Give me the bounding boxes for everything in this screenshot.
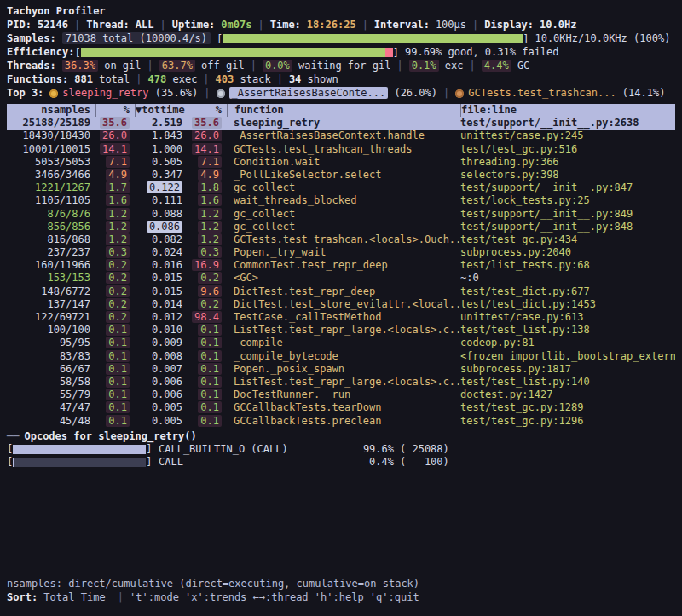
- cell-function: <GC>: [227, 272, 460, 285]
- cell-nsamples: 66/67: [7, 363, 95, 376]
- cell-file-line: test/list_tests.py:68: [460, 259, 675, 272]
- cell-tottime: 0.005: [135, 415, 188, 428]
- table-row[interactable]: 83/830.10.0080.1_compile_bytecode<frozen…: [7, 350, 675, 363]
- status-line: PID:52146|Thread:ALL|Uptime:0m07s|Time:1…: [7, 18, 675, 32]
- table-row[interactable]: 816/8681.20.0821.2GCTests.test_trashcan.…: [7, 233, 675, 246]
- threads-waiting-value: 0.0%: [263, 60, 292, 72]
- cell-nsamples: 856/856: [7, 221, 95, 233]
- cell-pct-cumulative: 26.0: [188, 130, 227, 142]
- header-file-line[interactable]: file:line: [460, 104, 675, 117]
- threads-exc-text: exc: [445, 60, 464, 72]
- silver-medal-icon: [217, 89, 225, 98]
- cell-tottime: 0.505: [135, 156, 188, 169]
- table-row[interactable]: 148/67720.20.0159.6DictTest.test_repr_de…: [7, 285, 675, 298]
- table-row[interactable]: 153/1530.20.0150.2<GC>~:0: [7, 272, 675, 285]
- table-row[interactable]: 237/2370.30.0240.3Popen._try_waitsubproc…: [7, 246, 675, 259]
- bar-open-bracket: [: [7, 456, 13, 469]
- efficiency-bar: []: [74, 46, 398, 60]
- top3-second-name[interactable]: _AssertRaisesBaseConte...: [229, 87, 389, 99]
- table-row[interactable]: 876/8761.20.0881.2gc_collecttest/support…: [7, 208, 675, 221]
- opcode-row: []CALL0.4%( 100): [7, 456, 675, 469]
- table-row[interactable]: 47/470.10.0050.1GCCallbackTests.tearDown…: [7, 401, 675, 414]
- cell-function: GCTests.test_trashcan_threads: [227, 143, 460, 156]
- table-row[interactable]: 100/1000.10.0100.1ListTest.test_repr_lar…: [7, 324, 675, 337]
- top3-third-name[interactable]: GCTests.test_trashcan...: [468, 87, 616, 99]
- table-row[interactable]: 5053/50537.10.5057.1Condition.waitthread…: [7, 156, 675, 169]
- table-row[interactable]: 58/580.10.0060.1ListTest.test_repr_large…: [7, 376, 675, 389]
- separator: |: [257, 19, 263, 31]
- table-row[interactable]: 25188/2518935.62.51935.6sleeping_retryte…: [7, 117, 675, 130]
- cell-tottime: 0.009: [135, 337, 188, 349]
- separator: |: [74, 19, 80, 31]
- cell-function: DictTest.test_repr_deep: [227, 285, 460, 298]
- cell-pct-direct: 0.1: [95, 389, 135, 401]
- samples-label: Samples:: [7, 32, 56, 44]
- table-row[interactable]: 856/8561.20.0861.2gc_collecttest/support…: [7, 221, 675, 233]
- header-function[interactable]: function: [227, 104, 460, 117]
- cell-tottime: 0.015: [135, 285, 188, 298]
- opcode-bar: []: [7, 456, 159, 469]
- thread-value[interactable]: ALL: [136, 19, 154, 31]
- opcode-count: ( 100): [400, 456, 675, 469]
- interval-label: Interval:: [374, 19, 430, 31]
- sort-label: Sort:: [7, 591, 38, 603]
- cell-pct-direct: 1.6: [95, 194, 135, 207]
- top3-first-name[interactable]: sleeping_retry: [62, 87, 148, 99]
- cell-function: DocTestRunner.__run: [227, 389, 460, 401]
- header-nsamples[interactable]: nsamples: [7, 104, 95, 117]
- cell-pct-direct: 1.2: [95, 221, 135, 233]
- cell-pct-direct: 0.2: [95, 285, 135, 298]
- cell-function: GCTests.test_trashcan.<locals>.Ouch...: [227, 233, 460, 246]
- table-row[interactable]: 1105/11051.60.1111.6wait_threads_blocked…: [7, 194, 675, 207]
- cell-tottime: 0.015: [135, 272, 188, 285]
- functions-shown-text: shown: [308, 73, 338, 85]
- interval-value: 100µs: [436, 19, 466, 31]
- cell-function: wait_threads_blocked: [227, 194, 460, 207]
- cell-file-line: subprocess.py:1817: [460, 363, 675, 376]
- header-pct-direct[interactable]: %: [95, 104, 135, 117]
- table-row[interactable]: 45/480.10.0050.1GCCallbackTests.preclean…: [7, 415, 675, 428]
- cell-tottime: 0.024: [135, 246, 188, 259]
- opcode-list: []CALL_BUILTIN_O (CALL)99.6%( 25088)[]CA…: [7, 443, 675, 469]
- table-row[interactable]: 3466/34664.90.3474.9_PollLikeSelector.se…: [7, 169, 675, 181]
- cell-pct-cumulative: 98.4: [188, 311, 227, 324]
- separator: |: [396, 60, 402, 72]
- cell-pct-cumulative: 1.2: [188, 233, 227, 246]
- separator: |: [147, 60, 153, 72]
- bar-open-bracket: [: [217, 32, 223, 46]
- cell-tottime: 0.006: [135, 376, 188, 389]
- table-row[interactable]: 95/950.10.0090.1_compilecodeop.py:81: [7, 337, 675, 349]
- cell-pct-cumulative: 0.1: [188, 350, 227, 363]
- table-row[interactable]: 55/790.10.0060.1DocTestRunner.__rundocte…: [7, 389, 675, 401]
- cell-nsamples: 148/6772: [7, 285, 95, 298]
- cell-pct-direct: 0.2: [95, 311, 135, 324]
- threads-gc-value: 4.4%: [482, 60, 512, 72]
- cell-nsamples: 1105/1105: [7, 194, 95, 207]
- cell-file-line: test/test_list.py:140: [460, 376, 675, 389]
- cell-function: gc_collect: [227, 181, 460, 194]
- separator: |: [470, 60, 476, 72]
- threads-on-gil-value: 36.3%: [62, 60, 98, 72]
- separator: |: [160, 19, 166, 31]
- table-row[interactable]: 18430/1843026.01.84326.0_AssertRaisesBas…: [7, 130, 675, 142]
- sort-value[interactable]: Total Time: [43, 591, 105, 603]
- cell-nsamples: 3466/3466: [7, 169, 95, 181]
- header-tottime[interactable]: ▼tottime: [135, 104, 188, 117]
- top3-second-pct: (26.0%): [394, 87, 437, 99]
- cell-nsamples: 25188/25189: [7, 117, 95, 130]
- table-row[interactable]: 66/670.10.0070.1Popen._posix_spawnsubpro…: [7, 363, 675, 376]
- table-row[interactable]: 10001/1001514.11.00014.1GCTests.test_tra…: [7, 143, 675, 156]
- cell-file-line: selectors.py:398: [460, 169, 675, 181]
- separator: |: [251, 60, 257, 72]
- functions-total-value: 881: [74, 73, 93, 85]
- cell-file-line: doctest.py:1427: [460, 389, 675, 401]
- table-row[interactable]: 137/1470.20.0140.2DictTest.test_store_ev…: [7, 298, 675, 311]
- table-row[interactable]: 1221/12671.70.1221.8gc_collecttest/suppo…: [7, 181, 675, 194]
- header-pct-cumulative[interactable]: %: [188, 104, 227, 117]
- cell-pct-direct: 26.0: [95, 130, 135, 142]
- cell-tottime: 0.010: [135, 324, 188, 337]
- table-row[interactable]: 160/119660.20.01616.9CommonTest.test_rep…: [7, 259, 675, 272]
- opcode-pct: 0.4%: [353, 456, 394, 469]
- table-row[interactable]: 122/697210.20.01298.4TestCase._callTestM…: [7, 311, 675, 324]
- functions-line: Functions:881 total|478 exec|403 stack|3…: [7, 72, 675, 86]
